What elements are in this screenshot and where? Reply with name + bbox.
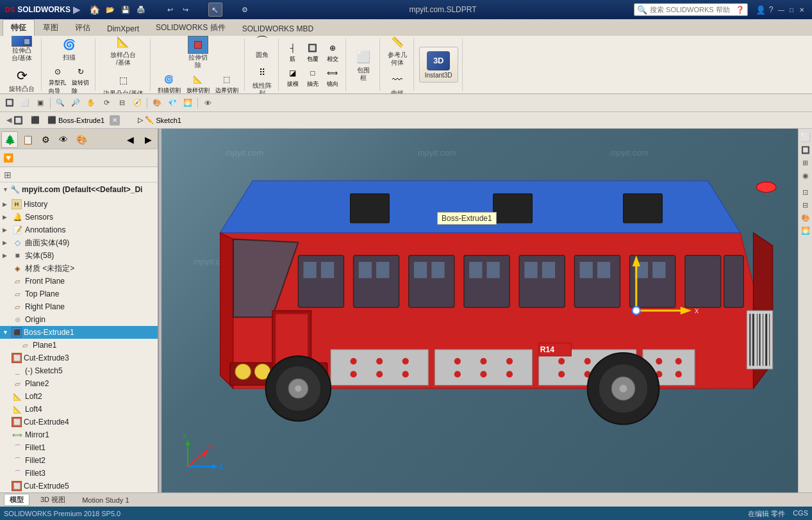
path-breadcrumb[interactable]: ◀ 🔲 xyxy=(4,115,26,126)
view-right-btn[interactable]: ◉ xyxy=(800,170,811,181)
tree-item-annotations[interactable]: ▶ 📝 Annotations xyxy=(0,223,158,236)
revolve-btn[interactable]: ⟳ 旋转凸台/基体 xyxy=(6,65,37,93)
maximize-btn[interactable]: □ xyxy=(786,5,797,14)
tree-item-sensors[interactable]: ▶ 🔔 Sensors xyxy=(0,211,158,223)
path-item-boss[interactable]: ⬛ Boss-Extrude1 xyxy=(45,115,107,126)
wrap-btn[interactable]: 🔲 包覆 xyxy=(304,40,322,64)
filter-btn[interactable]: 🔽 xyxy=(1,151,15,165)
revolve-cut-btn[interactable]: ↻ 旋转切除 xyxy=(70,64,91,93)
tab-evaluate[interactable]: 评估 xyxy=(67,19,99,36)
user-btn[interactable]: 👤 xyxy=(756,5,766,14)
tree-item-solid-body[interactable]: ▶ ■ 实体(58) xyxy=(0,249,158,262)
tree-item-cut-extrude4[interactable]: ⬜ Cut-Extrude4 xyxy=(0,416,158,428)
zoom-fit-btn2[interactable]: ⊡ xyxy=(800,186,811,198)
tree-item-boss-extrude1[interactable]: ▼ ⬛ Boss-Extrude1 xyxy=(0,326,158,339)
tree-item-cut-extrude5[interactable]: ⬜ Cut-Extrude5 xyxy=(0,480,158,492)
tree-item-sketch5[interactable]: _ (-) Sketch5 xyxy=(0,364,158,377)
shell-btn[interactable]: □ 抽壳 xyxy=(304,65,322,89)
feature-tree[interactable]: ▶ H History ▶ 🔔 Sensors ▶ 📝 Annotations … xyxy=(0,197,158,492)
curves-btn[interactable]: 〰 曲线 xyxy=(385,69,410,93)
path-item-close[interactable]: ✕ xyxy=(110,115,120,126)
intersect-btn[interactable]: ⊕ 相交 xyxy=(324,40,342,64)
pan-btn[interactable]: ✋ xyxy=(84,96,98,110)
tree-item-loft2[interactable]: 📐 Loft2 xyxy=(0,390,158,403)
view-top-btn[interactable]: ⊞ xyxy=(800,157,811,168)
boundary-btn[interactable]: ⬚ 边界凸台/基体 xyxy=(101,69,146,93)
tree-item-right-plane[interactable]: ▱ Right Plane xyxy=(0,300,158,313)
tree-item-loft4[interactable]: 📐 Loft4 xyxy=(0,403,158,416)
view-orient-btn2[interactable]: ⬜ xyxy=(800,131,811,143)
panel-tab-appearance[interactable]: 🎨 xyxy=(73,131,90,148)
extrude-cut-btn[interactable]: 拉伸切除 xyxy=(185,36,211,70)
panel-expand-btn[interactable]: ▶ xyxy=(140,131,156,148)
scan-cut-btn[interactable]: 🌀 扫描切割 xyxy=(156,72,183,94)
search-box[interactable]: 🔍 ❓ xyxy=(634,3,748,16)
display-style-btn[interactable]: 🎨 xyxy=(150,96,164,110)
view-front-btn2[interactable]: 🔲 xyxy=(800,144,811,156)
fillet-btn[interactable]: ⌒ 圆角 xyxy=(250,36,274,60)
panel-tab-feature-tree[interactable]: 🌲 xyxy=(1,131,18,148)
path-item-model[interactable]: ⬛ xyxy=(28,115,42,126)
zoom-in-btn[interactable]: 🔎 xyxy=(69,96,83,110)
sweep-btn[interactable]: 🌀 扫描 xyxy=(57,36,81,63)
view3d-btn[interactable]: ⬜ xyxy=(18,96,32,110)
tree-item-surface-body[interactable]: ▶ ◇ 曲面实体(49) xyxy=(0,236,158,249)
scene-btn2[interactable]: 🌅 xyxy=(800,225,811,236)
viewport[interactable]: mpyit.com mpyit.com mpyit.com mpyit.com … xyxy=(162,129,812,492)
tree-item-front-plane[interactable]: ▱ Front Plane xyxy=(0,275,158,288)
zoom-fit-btn[interactable]: 🔍 xyxy=(53,96,67,110)
ref-geometry-btn[interactable]: 📏 参考几何体 xyxy=(385,36,410,68)
undo-btn[interactable]: ↩ xyxy=(163,3,178,17)
search-input[interactable] xyxy=(650,6,733,13)
mirror-btn[interactable]: ⟺ 镜向 xyxy=(324,65,342,89)
status-tab-model[interactable]: 模型 xyxy=(4,494,29,506)
display-btn2[interactable]: 🎨 xyxy=(800,212,811,223)
close-btn[interactable]: ✕ xyxy=(797,5,807,14)
tab-dimxpert[interactable]: DimXpert xyxy=(99,21,147,36)
scene-btn[interactable]: 🌅 xyxy=(181,96,195,110)
hole-btn[interactable]: ⊙ 异型孔向导 xyxy=(47,64,68,93)
help-btn[interactable]: ? xyxy=(766,5,776,14)
open-btn[interactable]: 📂 xyxy=(103,3,117,17)
print-btn[interactable]: 🖨️ xyxy=(134,3,148,17)
boss-extrude-btn[interactable]: 拉伸凸台/基体 xyxy=(9,36,35,63)
options-btn[interactable]: ⚙ xyxy=(238,3,252,17)
tab-features[interactable]: 特征 xyxy=(3,19,35,36)
tab-sw-mbd[interactable]: SOLIDWORKS MBD xyxy=(234,21,322,36)
tab-sw-plugins[interactable]: SOLIDWORKS 插件 xyxy=(147,19,234,36)
view-front-btn[interactable]: ▣ xyxy=(33,96,47,110)
tree-item-top-plane[interactable]: ▱ Top Plane xyxy=(0,288,158,300)
boundary-cut-btn[interactable]: ⬚ 边界切割 xyxy=(213,72,240,94)
tab-sketch[interactable]: 草图 xyxy=(35,19,67,36)
view-orient-btn[interactable]: 🧭 xyxy=(130,96,144,110)
tree-item-fillet2[interactable]: ⌒ Fillet2 xyxy=(0,454,158,467)
tree-item-origin[interactable]: ⊕ Origin xyxy=(0,313,158,326)
tree-item-fillet3[interactable]: ⌒ Fillet3 xyxy=(0,467,158,480)
draft-btn[interactable]: ◪ 拔模 xyxy=(284,65,302,89)
tree-item-material[interactable]: ◈ 材质 <未指定> xyxy=(0,262,158,275)
tree-item-cut-extrude3[interactable]: ⬜ Cut-Extrude3 xyxy=(0,352,158,364)
section-btn2[interactable]: ⊟ xyxy=(800,199,811,211)
loft-cut-btn[interactable]: 📐 放样切割 xyxy=(185,72,211,94)
panel-tab-display[interactable]: 👁 xyxy=(55,131,72,148)
tree-item-plane2[interactable]: ▱ Plane2 xyxy=(0,377,158,390)
line-pattern-btn[interactable]: ⠿ 线性阵列 xyxy=(250,61,274,93)
select-btn[interactable]: ↖ xyxy=(208,3,222,17)
rotate-btn[interactable]: ⟳ xyxy=(99,96,113,110)
new-btn[interactable]: 🏠 xyxy=(88,3,102,17)
rib-btn[interactable]: ┤ 筋 xyxy=(284,40,302,64)
tree-item-mirror1[interactable]: ⟺ Mirror1 xyxy=(0,428,158,441)
tree-item-fillet1[interactable]: ⌒ Fillet1 xyxy=(0,441,158,454)
panel-collapse-btn[interactable]: ◀ xyxy=(122,131,138,148)
section-view-btn[interactable]: ⊟ xyxy=(115,96,129,110)
appearance-btn[interactable]: 💎 xyxy=(165,96,179,110)
tree-item-history[interactable]: ▶ H History xyxy=(0,198,158,211)
bbox-btn[interactable]: ⬜ 包围框 xyxy=(351,46,376,83)
redo-btn[interactable]: ↪ xyxy=(179,3,193,17)
path-item-sketch[interactable]: ▷ ✏️ Sketch1 xyxy=(135,115,184,126)
tree-root[interactable]: ▼ 🔧 mpyit.com (Default<<Default>_Di xyxy=(0,183,158,197)
tree-item-plane1[interactable]: ▱ Plane1 xyxy=(0,339,158,352)
status-tab-3d[interactable]: 3D 视图 xyxy=(35,494,71,506)
status-tab-motion[interactable]: Motion Study 1 xyxy=(76,495,135,505)
minimize-btn[interactable]: — xyxy=(776,5,786,14)
